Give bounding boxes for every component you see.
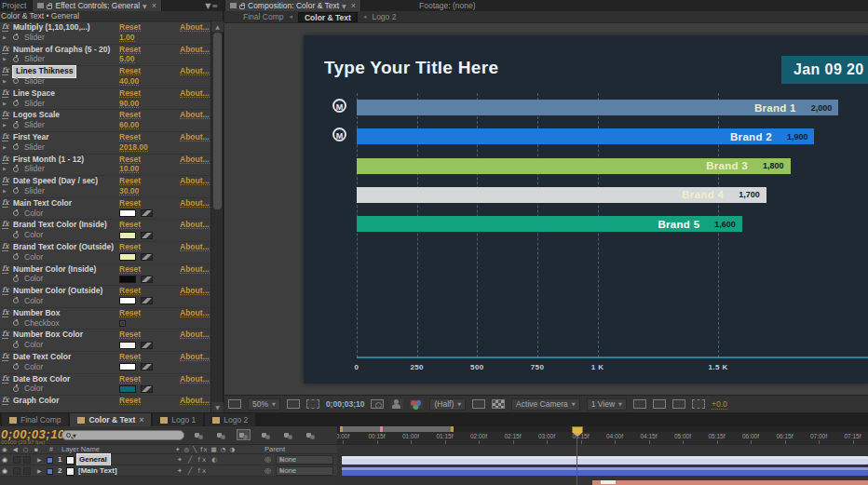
audio-toggle[interactable] <box>13 456 20 464</box>
slider-value[interactable]: 40.00 <box>119 76 139 86</box>
scroll-down-icon[interactable]: ▼ <box>211 402 224 412</box>
expand-caret-icon[interactable]: ▶ <box>3 120 7 131</box>
effect-first-year[interactable]: fx First Year Reset About... <box>0 131 210 142</box>
scroll-thumb[interactable] <box>213 33 222 209</box>
effect-number-box[interactable]: fx Number Box Reset About... <box>0 307 210 318</box>
scroll-up-icon[interactable]: ▲ <box>211 21 224 32</box>
time-ruler[interactable]: 0:00f00:15f01:00f01:15f02:00f02:15f03:00… <box>337 426 868 445</box>
about-link[interactable]: About... <box>180 352 210 361</box>
about-link[interactable]: About... <box>180 45 210 54</box>
reset-exposure-icon[interactable] <box>692 399 705 409</box>
color-swatch[interactable] <box>119 363 136 370</box>
solo-toggle[interactable] <box>23 467 31 475</box>
pixel-aspect-icon[interactable] <box>633 399 646 409</box>
about-link[interactable]: About... <box>180 330 210 339</box>
search-input[interactable] <box>78 431 183 439</box>
comp-stage[interactable]: Type Your Title Here Jan 09 20 025050075… <box>304 35 868 384</box>
about-link[interactable]: About... <box>180 88 210 98</box>
about-link[interactable]: About... <box>180 66 210 75</box>
layer-name-column-header[interactable]: Layer Name <box>61 445 100 454</box>
color-swatch[interactable] <box>119 385 136 393</box>
eyedropper-icon[interactable] <box>141 209 153 217</box>
eyedropper-icon[interactable] <box>141 276 153 283</box>
layer3-duration-bar[interactable] <box>592 480 868 485</box>
eyedropper-icon[interactable] <box>141 297 153 304</box>
close-tab-icon[interactable]: × <box>152 1 156 10</box>
about-link[interactable]: About... <box>180 176 210 185</box>
scrollbar[interactable]: ▲ ▼ <box>210 21 223 412</box>
magnification-select[interactable]: 50%▼ <box>248 398 280 411</box>
about-link[interactable]: About... <box>180 155 210 164</box>
reset-link[interactable]: Reset <box>119 264 141 274</box>
color-swatch[interactable] <box>119 209 136 217</box>
color-swatch[interactable] <box>119 253 136 261</box>
reset-link[interactable]: Reset <box>119 110 141 119</box>
panel-menu-icon[interactable]: ▼≡ <box>205 2 223 10</box>
parent-pick-whip-icon[interactable]: ◎ <box>264 454 271 465</box>
view-layout-select[interactable]: 1 View▼ <box>587 398 627 411</box>
expand-caret-icon[interactable]: ▶ <box>3 164 7 175</box>
stopwatch-icon[interactable] <box>13 144 19 150</box>
eyedropper-icon[interactable] <box>141 385 153 393</box>
expand-caret-icon[interactable]: ▶ <box>3 54 7 65</box>
stopwatch-icon[interactable] <box>13 167 19 172</box>
chevron-down-icon[interactable]: ▼ <box>142 3 147 9</box>
camera-select[interactable]: Active Camera▼ <box>511 398 580 411</box>
slider-value[interactable]: 30.00 <box>119 186 139 195</box>
draft-3d-icon[interactable] <box>214 429 228 440</box>
about-link[interactable]: About... <box>180 286 210 295</box>
effect-date-speed-day-sec[interactable]: fx Date Speed (Day / sec) Reset About... <box>0 175 210 186</box>
reset-link[interactable]: Reset <box>119 45 141 54</box>
slider-value[interactable]: 90.00 <box>119 99 139 108</box>
exposure-value[interactable]: +0.0 <box>712 399 727 410</box>
about-link[interactable]: About... <box>180 198 210 208</box>
eyedropper-icon[interactable] <box>141 253 153 261</box>
tab-footage[interactable]: Footage: (none) <box>417 1 481 10</box>
reset-link[interactable]: Reset <box>119 352 141 361</box>
layer-row-main-text[interactable]: ◉ ▶ 2 [Main Text] ✦ ╱ fx ◎ None▼ <box>0 465 337 477</box>
expand-caret-icon[interactable]: ▶ <box>3 99 7 110</box>
timeline-tab-logo-2[interactable]: Logo 2 <box>205 413 255 426</box>
effect-number-color-inside[interactable]: fx Number Color (Inside) Reset About... <box>0 263 210 275</box>
breadcrumb-color-text[interactable]: Color & Text <box>298 12 358 22</box>
effect-number-of-graphs-5-20[interactable]: fx Number of Graphs (5 - 20) Reset About… <box>0 44 210 55</box>
stopwatch-icon[interactable] <box>13 254 19 260</box>
effect-number-color-outside[interactable]: fx Number Color (Outside) Reset About... <box>0 285 210 296</box>
close-tab-icon[interactable]: × <box>139 415 143 424</box>
layer-name[interactable]: General <box>77 454 110 465</box>
close-tab-icon[interactable]: × <box>351 1 356 10</box>
about-link[interactable]: About... <box>180 220 210 229</box>
shy-layers-icon[interactable] <box>237 429 251 440</box>
expand-caret-icon[interactable]: ▶ <box>37 465 42 477</box>
color-swatch[interactable] <box>119 342 136 349</box>
about-link[interactable]: About... <box>180 132 210 141</box>
about-link[interactable]: About... <box>180 110 210 119</box>
tab-effect-controls[interactable]: Effect Controls: General ▼ × <box>32 0 161 11</box>
effect-date-box-color[interactable]: fx Date Box Color Reset About... <box>0 373 210 384</box>
comp-flowchart-icon[interactable] <box>672 399 685 409</box>
layer-switches[interactable]: ✦ ╱ fx <box>177 465 208 477</box>
layer-name[interactable]: [Main Text] <box>78 465 117 477</box>
frame-blending-icon[interactable] <box>259 429 273 440</box>
expand-caret-icon[interactable]: ▶ <box>3 142 7 154</box>
stopwatch-icon[interactable] <box>13 123 19 128</box>
stopwatch-icon[interactable] <box>13 188 19 194</box>
stopwatch-icon[interactable] <box>13 78 19 84</box>
layer-duration-bar[interactable] <box>342 456 868 465</box>
reset-link[interactable]: Reset <box>119 22 141 32</box>
stopwatch-icon[interactable] <box>13 233 19 238</box>
stopwatch-icon[interactable] <box>13 364 19 370</box>
effect-graph-color[interactable]: fx Graph Color Reset About... <box>0 395 210 406</box>
always-preview-icon[interactable] <box>228 399 241 409</box>
parent-column-header[interactable]: Parent <box>264 445 285 454</box>
reset-link[interactable]: Reset <box>119 396 141 405</box>
stopwatch-icon[interactable] <box>13 386 19 392</box>
visibility-eye-icon[interactable]: ◉ <box>2 454 7 465</box>
stopwatch-icon[interactable] <box>13 210 19 216</box>
eyedropper-icon[interactable] <box>141 232 153 239</box>
solo-toggle[interactable] <box>23 456 31 464</box>
stopwatch-icon[interactable] <box>13 276 19 282</box>
chevron-down-icon[interactable]: ▼ <box>342 3 346 9</box>
effect-name[interactable]: Graph Color <box>13 396 60 407</box>
stopwatch-icon[interactable] <box>13 34 19 40</box>
